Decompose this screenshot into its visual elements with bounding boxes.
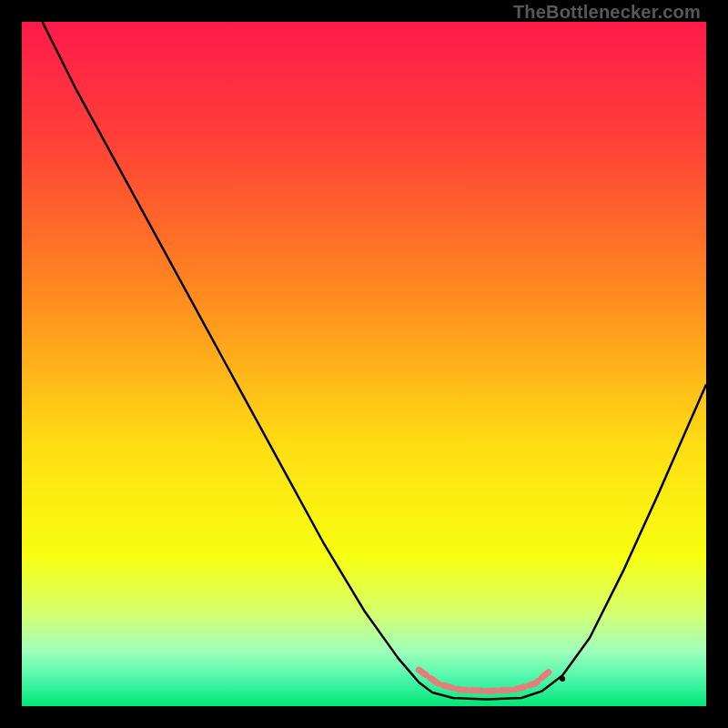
gradient-background xyxy=(22,22,706,706)
chart-svg xyxy=(22,22,706,706)
plot-area xyxy=(22,22,706,706)
chart-container: TheBottlenecker.com xyxy=(0,0,728,728)
marker-dot xyxy=(560,676,565,682)
watermark-link[interactable]: TheBottlenecker.com xyxy=(513,2,701,23)
